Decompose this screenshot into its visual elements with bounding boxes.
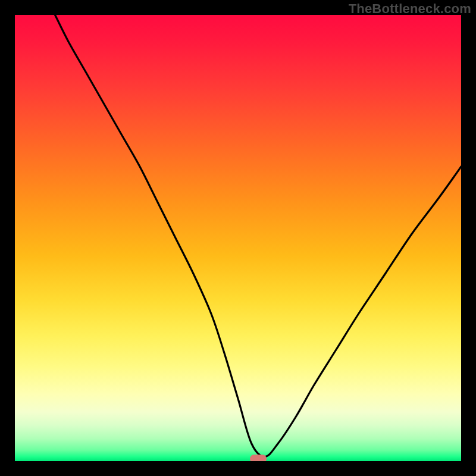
chart-frame: TheBottleneck.com bbox=[0, 0, 476, 476]
minimum-marker bbox=[250, 455, 267, 462]
bottleneck-curve bbox=[15, 15, 461, 461]
watermark-text: TheBottleneck.com bbox=[349, 1, 471, 17]
plot-area bbox=[15, 15, 461, 461]
